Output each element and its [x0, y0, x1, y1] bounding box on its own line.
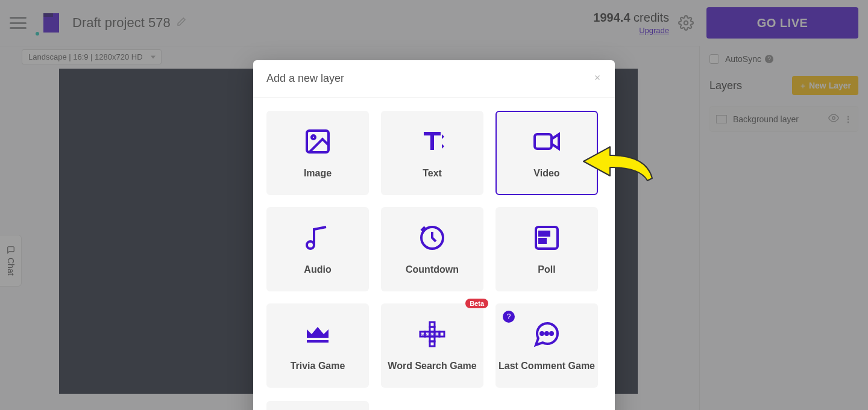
svg-rect-16: [439, 332, 444, 337]
layer-option-label: Poll: [538, 264, 555, 275]
layer-option-trivia[interactable]: Trivia Game: [266, 303, 369, 388]
layer-option-text[interactable]: Text: [381, 111, 483, 195]
layer-option-last-comment[interactable]: ? Last Comment Game: [495, 303, 598, 388]
layer-option-label: Last Comment Game: [498, 361, 595, 371]
layer-option-label: Image: [304, 168, 332, 179]
countdown-icon: [418, 223, 447, 252]
svg-rect-19: [430, 337, 435, 341]
svg-text:D: D: [436, 333, 439, 337]
layer-option-label: Text: [423, 168, 442, 179]
image-icon: [303, 127, 332, 156]
svg-rect-18: [430, 327, 435, 332]
svg-point-25: [546, 332, 548, 335]
layer-option-audio[interactable]: Audio: [266, 207, 369, 291]
help-badge[interactable]: ?: [503, 311, 515, 323]
layer-option-word-search[interactable]: Beta W O R D Word Search Game: [381, 303, 483, 388]
svg-point-24: [541, 332, 543, 335]
svg-point-6: [307, 241, 314, 249]
svg-text:O: O: [426, 333, 429, 337]
comment-icon: [532, 320, 561, 349]
svg-point-26: [550, 332, 553, 335]
word-search-icon: W O R D: [418, 320, 447, 349]
poll-icon: [532, 223, 561, 252]
svg-rect-5: [535, 134, 552, 149]
svg-point-4: [312, 135, 315, 139]
layer-option-poll[interactable]: Poll: [495, 207, 598, 291]
layer-option-label: Countdown: [406, 264, 459, 275]
layer-option-countdown[interactable]: Countdown: [381, 207, 483, 291]
beta-badge: Beta: [465, 299, 488, 308]
layer-option-label: Audio: [304, 264, 331, 275]
add-layer-modal: Add a new layer Image Text Video: [253, 60, 615, 410]
layer-option-label: Word Search Game: [388, 361, 476, 371]
audio-icon: [303, 223, 332, 252]
video-icon: [532, 127, 561, 156]
crown-icon: [303, 320, 332, 349]
svg-rect-9: [539, 232, 549, 235]
layer-option-label: Video: [533, 168, 559, 179]
svg-rect-10: [539, 239, 546, 243]
text-icon: [418, 127, 447, 156]
modal-close-icon[interactable]: [593, 73, 602, 84]
layer-option-video[interactable]: Video: [495, 111, 598, 195]
modal-title: Add a new layer: [266, 72, 344, 85]
layer-option-partial[interactable]: [266, 401, 369, 410]
svg-text:R: R: [431, 333, 434, 337]
layer-option-label: Trivia Game: [291, 361, 345, 371]
svg-text:W: W: [421, 333, 425, 337]
layer-option-image[interactable]: Image: [266, 111, 369, 195]
